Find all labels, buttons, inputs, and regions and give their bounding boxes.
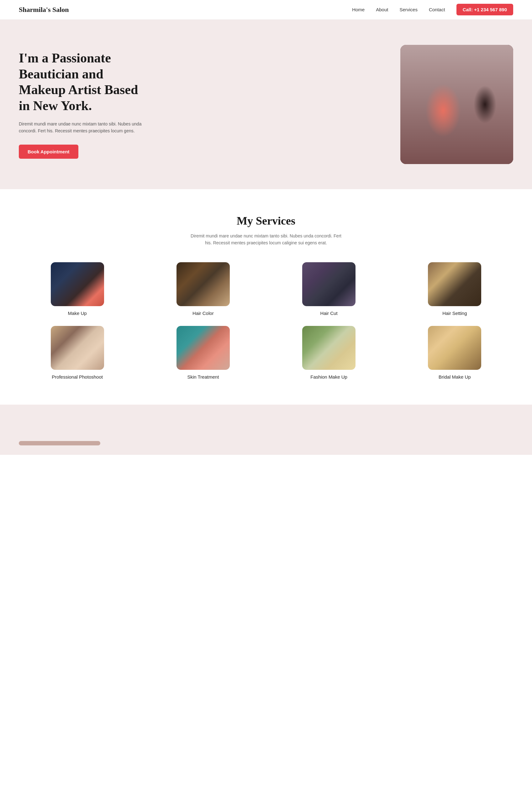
service-image-hairsetting [428, 262, 481, 306]
nav-services[interactable]: Services [399, 7, 418, 12]
book-appointment-button[interactable]: Book Appointment [19, 145, 78, 159]
nav-links: Home About Services Contact Call: +1 234… [352, 7, 513, 13]
nav-about[interactable]: About [376, 7, 388, 12]
hero-image [400, 45, 513, 164]
service-card-makeup[interactable]: Make Up [19, 262, 136, 316]
service-label-makeup: Make Up [68, 311, 87, 316]
service-card-hairsetting[interactable]: Hair Setting [396, 262, 513, 316]
nav-contact[interactable]: Contact [429, 7, 445, 12]
service-image-makeup [51, 262, 104, 306]
service-label-hairsetting: Hair Setting [442, 311, 467, 316]
service-label-haircolor: Hair Color [192, 311, 214, 316]
service-card-haircut[interactable]: Hair Cut [270, 262, 387, 316]
service-image-bridalmakeup [428, 326, 481, 370]
hero-text-block: I'm a Passionate Beautician and Makeup A… [19, 50, 151, 158]
service-card-photoshoot[interactable]: Professional Photoshoot [19, 326, 136, 379]
service-label-skintreatment: Skin Treatment [187, 374, 219, 379]
services-title: My Services [19, 214, 513, 227]
hero-image-placeholder [400, 45, 513, 164]
services-header: My Services Diremit mundi mare undae nun… [19, 214, 513, 246]
service-label-photoshoot: Professional Photoshoot [52, 374, 103, 379]
services-description: Diremit mundi mare undae nunc mixtam tan… [188, 232, 344, 246]
services-section: My Services Diremit mundi mare undae nun… [0, 189, 532, 405]
hero-description: Diremit mundi mare undae nunc mixtam tan… [19, 120, 151, 134]
hero-section: I'm a Passionate Beautician and Makeup A… [0, 20, 532, 189]
hero-heading: I'm a Passionate Beautician and Makeup A… [19, 50, 151, 114]
footer-bar [19, 441, 100, 445]
brand-logo: Sharmila's Salon [19, 6, 69, 14]
service-image-haircut [302, 262, 356, 306]
service-card-fashionmakeup[interactable]: Fashion Make Up [270, 326, 387, 379]
service-card-bridalmakeup[interactable]: Bridal Make Up [396, 326, 513, 379]
services-grid: Make UpHair ColorHair CutHair SettingPro… [19, 262, 513, 379]
service-label-fashionmakeup: Fashion Make Up [310, 374, 347, 379]
service-image-photoshoot [51, 326, 104, 370]
service-card-skintreatment[interactable]: Skin Treatment [145, 326, 262, 379]
service-image-haircolor [176, 262, 230, 306]
navbar: Sharmila's Salon Home About Services Con… [0, 0, 532, 20]
footer-area [0, 405, 532, 455]
service-label-haircut: Hair Cut [320, 311, 338, 316]
service-image-skintreatment [176, 326, 230, 370]
service-image-fashionmakeup [302, 326, 356, 370]
service-label-bridalmakeup: Bridal Make Up [439, 374, 471, 379]
nav-call-button[interactable]: Call: +1 234 567 890 [456, 4, 513, 15]
nav-home[interactable]: Home [352, 7, 365, 12]
service-card-haircolor[interactable]: Hair Color [145, 262, 262, 316]
